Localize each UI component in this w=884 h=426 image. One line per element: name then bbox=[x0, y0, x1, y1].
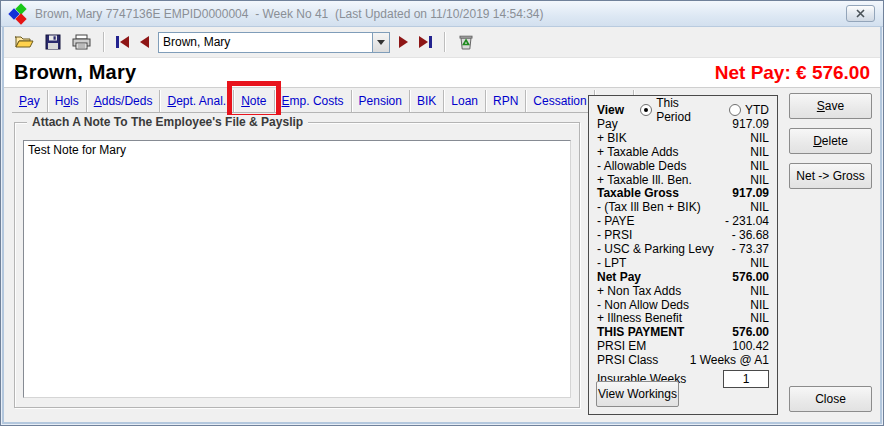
open-file-icon bbox=[14, 34, 34, 50]
window-close-button[interactable] bbox=[846, 5, 875, 22]
radio-this-period-icon bbox=[640, 104, 652, 116]
previous-record-button[interactable] bbox=[138, 30, 151, 54]
employee-selector-dropdown-button[interactable] bbox=[372, 33, 389, 52]
title-bar: Brown, Mary 7747136E EMPID0000004 - Week… bbox=[1, 1, 883, 27]
pay-row: - LPTNIL bbox=[597, 257, 769, 271]
payroll-employee-window: Brown, Mary 7747136E EMPID0000004 - Week… bbox=[0, 0, 884, 426]
pay-row: PRSI EM100.42 bbox=[597, 340, 769, 354]
tab-note[interactable]: Note bbox=[234, 90, 274, 112]
first-record-button[interactable] bbox=[114, 30, 131, 54]
employee-selector-value: Brown, Mary bbox=[159, 35, 372, 49]
last-record-button[interactable] bbox=[417, 30, 434, 54]
first-record-icon bbox=[116, 36, 119, 48]
save-button-toolbar[interactable] bbox=[43, 30, 63, 54]
tab-adds-deds[interactable]: Adds/Deds bbox=[87, 90, 161, 112]
toolbar-separator bbox=[444, 32, 445, 52]
print-icon bbox=[72, 34, 91, 50]
tab-cessation[interactable]: Cessation bbox=[526, 90, 594, 112]
pay-row-net-pay: Net Pay576.00 bbox=[597, 271, 769, 285]
print-button[interactable] bbox=[70, 30, 93, 54]
net-pay-headline: Net Pay: € 576.00 bbox=[715, 62, 870, 84]
window-title: Brown, Mary 7747136E EMPID0000004 - Week… bbox=[35, 7, 838, 21]
pay-row: - USC & Parking Levy- 73.37 bbox=[597, 243, 769, 257]
pay-row: + Illness BenefitNIL bbox=[597, 312, 769, 326]
close-button[interactable]: Close bbox=[789, 386, 872, 412]
pay-row: - PRSI- 36.68 bbox=[597, 229, 769, 243]
view-label: View bbox=[597, 103, 624, 117]
pay-row: - PAYE- 231.04 bbox=[597, 215, 769, 229]
pay-row: - (Tax Ill Ben + BIK)NIL bbox=[597, 201, 769, 215]
tab-strip: Pay Hols Adds/Deds Dept. Anal. Note Emp.… bbox=[12, 90, 636, 113]
pay-row: + BIKNIL bbox=[597, 132, 769, 146]
tab-hols[interactable]: Hols bbox=[48, 90, 87, 112]
save-icon bbox=[45, 34, 61, 50]
save-button[interactable]: Save bbox=[789, 93, 872, 119]
employee-selector[interactable]: Brown, Mary bbox=[158, 32, 390, 53]
pay-row-this-payment: THIS PAYMENT576.00 bbox=[597, 326, 769, 340]
tab-emp-costs[interactable]: Emp. Costs bbox=[275, 90, 352, 112]
note-textarea[interactable]: Test Note for Mary bbox=[23, 140, 571, 398]
insurable-weeks-input[interactable] bbox=[723, 370, 769, 388]
tab-pension[interactable]: Pension bbox=[352, 90, 410, 112]
app-logo-icon bbox=[9, 5, 27, 23]
radio-ytd-icon bbox=[729, 104, 741, 116]
radio-ytd[interactable]: YTD bbox=[729, 103, 769, 117]
delete-button[interactable]: Delete bbox=[789, 128, 872, 154]
toolbar: Brown, Mary bbox=[4, 27, 880, 58]
previous-record-icon bbox=[140, 36, 149, 48]
employee-header: Brown, Mary Net Pay: € 576.00 bbox=[4, 58, 880, 88]
tab-loan[interactable]: Loan bbox=[444, 90, 486, 112]
last-record-icon bbox=[419, 36, 428, 48]
recycle-bin-icon bbox=[457, 33, 475, 51]
note-groupbox: Attach A Note To The Employee's File & P… bbox=[14, 122, 580, 408]
next-record-icon bbox=[399, 36, 408, 48]
net-to-gross-button[interactable]: Net -> Gross bbox=[789, 163, 872, 189]
pay-row: + Taxable AddsNIL bbox=[597, 146, 769, 160]
pay-summary-panel: View This Period YTD Pay917.09 + BIKNIL … bbox=[588, 95, 778, 415]
recycle-bin-button[interactable] bbox=[455, 30, 477, 54]
tab-pay[interactable]: Pay bbox=[12, 90, 48, 112]
pay-row: + Non Tax AddsNIL bbox=[597, 285, 769, 299]
next-record-button[interactable] bbox=[397, 30, 410, 54]
tab-dept-anal[interactable]: Dept. Anal. bbox=[160, 90, 234, 112]
pay-row: + Taxable Ill. Ben.NIL bbox=[597, 174, 769, 188]
radio-this-period[interactable]: This Period bbox=[640, 96, 709, 124]
note-groupbox-title: Attach A Note To The Employee's File & P… bbox=[27, 115, 308, 129]
chevron-down-icon bbox=[377, 40, 385, 45]
employee-name: Brown, Mary bbox=[14, 61, 136, 84]
pay-row: PRSI Class1 Weeks @ A1 bbox=[597, 354, 769, 368]
tab-bik[interactable]: BIK bbox=[410, 90, 444, 112]
open-file-button[interactable] bbox=[12, 30, 36, 54]
pay-row-taxable-gross: Taxable Gross917.09 bbox=[597, 187, 769, 201]
tab-rpn[interactable]: RPN bbox=[486, 90, 526, 112]
view-workings-button[interactable]: View Workings bbox=[596, 381, 679, 407]
close-icon bbox=[856, 9, 865, 18]
pay-row: - Non Allow DedsNIL bbox=[597, 299, 769, 313]
toolbar-separator bbox=[103, 32, 104, 52]
view-selector-row: View This Period YTD bbox=[597, 101, 769, 118]
pay-row: - Allowable DedsNIL bbox=[597, 160, 769, 174]
